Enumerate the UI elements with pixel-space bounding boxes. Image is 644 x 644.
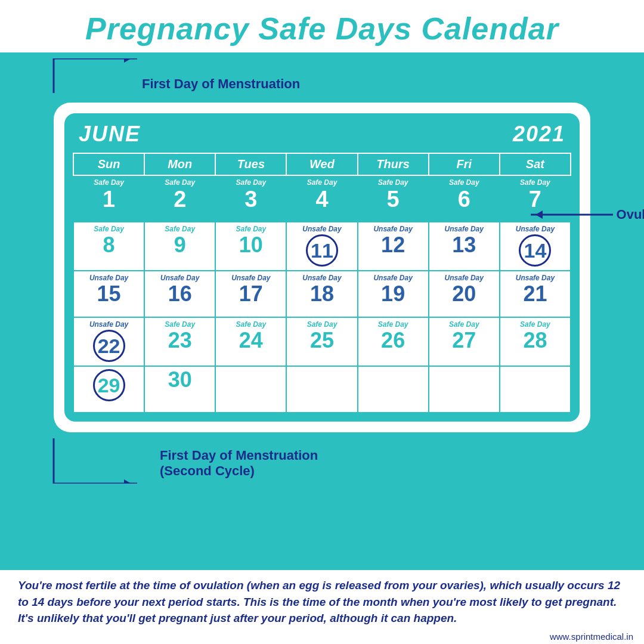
calendar-cell-4-0: 29	[73, 366, 144, 413]
day-label-2-5: Unsafe Day	[431, 274, 498, 282]
day-num-3-1: 23	[146, 330, 213, 351]
day-num-1-1: 9	[146, 234, 213, 256]
calendar-row-0: Safe Day1Safe Day2Safe Day3Safe Day4Safe…	[73, 175, 571, 222]
calendar-cell-4-6	[500, 366, 571, 413]
day-num-3-2: 24	[217, 330, 284, 351]
day-label-1-1: Safe Day	[146, 225, 213, 233]
day-num-0-1: 2	[146, 188, 213, 210]
day-num-0-3: 4	[288, 188, 355, 210]
col-fri: Fri	[429, 153, 500, 175]
day-label-3-1: Safe Day	[146, 320, 213, 329]
calendar-header-row: Sun Mon Tues Wed Thurs Fri Sat	[73, 153, 571, 175]
calendar-inner: JUNE 2021 Sun Mon Tues Wed Thurs Fri Sat	[64, 113, 580, 422]
bottom-annotation-label2: (Second Cycle)	[160, 463, 318, 479]
calendar-cell-1-5: Unsafe Day13	[429, 222, 500, 271]
calendar-cell-0-4: Safe Day5	[358, 175, 429, 222]
website-label: www.sprintmedical.in	[0, 631, 644, 644]
calendar-cell-1-1: Safe Day9	[144, 222, 215, 271]
day-label-2-2: Unsafe Day	[217, 274, 284, 282]
day-num-2-5: 20	[431, 283, 498, 305]
col-thurs: Thurs	[358, 153, 429, 175]
day-label-0-3: Safe Day	[288, 178, 355, 187]
day-num-0-2: 3	[217, 188, 284, 210]
day-label-1-5: Unsafe Day	[431, 225, 498, 233]
calendar-cell-3-6: Safe Day28	[500, 317, 571, 366]
calendar-cell-4-2	[215, 366, 286, 413]
calendar-cell-3-4: Safe Day26	[358, 317, 429, 366]
day-num-1-2: 10	[217, 234, 284, 256]
calendar-outer: Ovulation JUNE 2021 Sun Mon Tues Wed	[54, 103, 590, 432]
calendar-cell-3-2: Safe Day24	[215, 317, 286, 366]
day-label-0-6: Safe Day	[501, 178, 569, 187]
teal-section: First Day of Menstruation Ovulation JUNE…	[0, 52, 644, 570]
day-label-2-0: Unsafe Day	[75, 274, 143, 282]
top-annotation-container: First Day of Menstruation	[36, 52, 608, 98]
day-label-2-4: Unsafe Day	[360, 274, 427, 282]
day-label-3-6: Safe Day	[501, 320, 569, 329]
day-num-1-4: 12	[360, 234, 427, 256]
day-label-3-3: Safe Day	[288, 320, 355, 329]
calendar-cell-0-2: Safe Day3	[215, 175, 286, 222]
calendar-cell-1-6: Unsafe Day14	[500, 222, 571, 271]
day-label-0-5: Safe Day	[431, 178, 498, 187]
calendar-row-2: Unsafe Day15Unsafe Day16Unsafe Day17Unsa…	[73, 271, 571, 317]
calendar-cell-1-3: Unsafe Day11	[286, 222, 357, 271]
day-num-2-6: 21	[501, 283, 569, 305]
day-label-2-6: Unsafe Day	[501, 274, 569, 282]
day-label-0-4: Safe Day	[360, 178, 427, 187]
day-num-3-4: 26	[360, 330, 427, 351]
day-num-0-0: 1	[75, 188, 143, 210]
day-label-3-2: Safe Day	[217, 320, 284, 329]
day-num-circled-4-0: 29	[93, 369, 125, 401]
svg-marker-7	[124, 479, 131, 484]
calendar-cell-3-3: Safe Day25	[286, 317, 357, 366]
calendar-cell-1-2: Safe Day10	[215, 222, 286, 271]
col-mon: Mon	[144, 153, 215, 175]
day-label-1-4: Unsafe Day	[360, 225, 427, 233]
calendar-row-4: 2930	[73, 366, 571, 413]
calendar-cell-2-3: Unsafe Day18	[286, 271, 357, 317]
ovulation-annotation: Ovulation	[525, 203, 644, 227]
ovulation-label: Ovulation	[617, 207, 644, 222]
day-num-2-2: 17	[217, 283, 284, 305]
calendar-cell-4-3	[286, 366, 357, 413]
day-num-0-4: 5	[360, 188, 427, 210]
calendar-cell-3-1: Safe Day23	[144, 317, 215, 366]
calendar-cell-2-0: Unsafe Day15	[73, 271, 144, 317]
main-container: Pregnancy Safe Days Calendar First Day o…	[0, 0, 644, 644]
day-num-1-5: 13	[431, 234, 498, 256]
calendar-cell-1-0: Safe Day8	[73, 222, 144, 271]
calendar-cell-2-1: Unsafe Day16	[144, 271, 215, 317]
ovulation-arrow-svg	[525, 203, 614, 227]
day-num-3-5: 27	[431, 330, 498, 351]
calendar-cell-4-5	[429, 366, 500, 413]
day-num-2-0: 15	[75, 283, 143, 305]
day-label-1-0: Safe Day	[75, 225, 143, 233]
day-num-circled-3-0: 22	[93, 330, 125, 362]
footer-text: You're most fertile at the time of ovula…	[0, 570, 644, 631]
calendar-cell-0-1: Safe Day2	[144, 175, 215, 222]
calendar-cell-1-4: Unsafe Day12	[358, 222, 429, 271]
day-label-0-1: Safe Day	[146, 178, 213, 187]
bottom-bracket-svg	[36, 436, 137, 484]
page-title: Pregnancy Safe Days Calendar	[85, 11, 559, 46]
day-label-0-0: Safe Day	[75, 178, 143, 187]
day-num-4-1: 30	[146, 369, 213, 391]
col-tues: Tues	[215, 153, 286, 175]
calendar-header: JUNE 2021	[73, 122, 571, 153]
col-sat: Sat	[500, 153, 571, 175]
bottom-annotation-label1: First Day of Menstruation	[160, 448, 318, 463]
calendar-cell-0-5: Safe Day6	[429, 175, 500, 222]
col-sun: Sun	[73, 153, 144, 175]
col-wed: Wed	[286, 153, 357, 175]
day-num-2-3: 18	[288, 283, 355, 305]
calendar-cell-2-5: Unsafe Day20	[429, 271, 500, 317]
day-num-2-4: 19	[360, 283, 427, 305]
day-num-0-5: 6	[431, 188, 498, 210]
day-num-3-6: 28	[501, 330, 569, 351]
day-label-1-3: Unsafe Day	[288, 225, 355, 233]
calendar-cell-0-3: Safe Day4	[286, 175, 357, 222]
calendar-month: JUNE	[79, 122, 141, 147]
calendar-cell-2-2: Unsafe Day17	[215, 271, 286, 317]
day-num-2-1: 16	[146, 283, 213, 305]
